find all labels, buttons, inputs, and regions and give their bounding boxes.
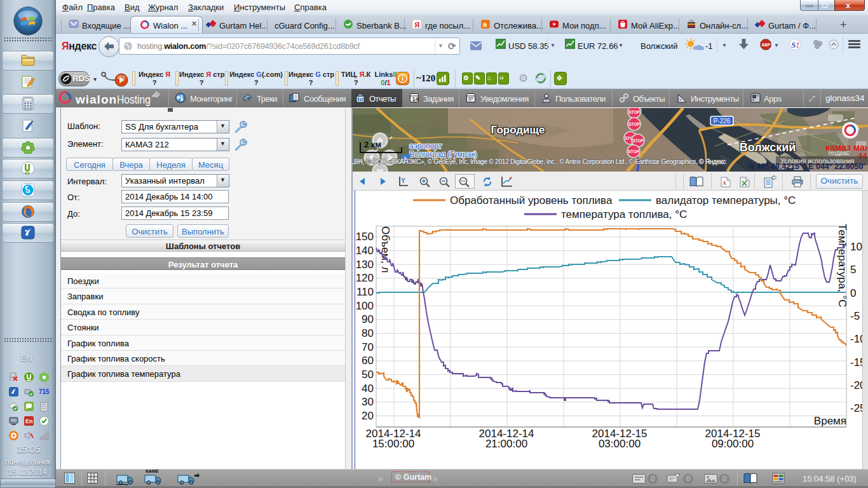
svg-text:0: 0 bbox=[850, 287, 856, 299]
svg-text:2 км: 2 км bbox=[364, 140, 381, 149]
svg-text:Городище: Городище bbox=[491, 124, 545, 136]
svg-text:NAME: NAME bbox=[146, 469, 159, 473]
svg-text:Время: Время bbox=[814, 415, 846, 427]
svg-text:09:00:00: 09:00:00 bbox=[712, 438, 754, 450]
svg-text:!: ! bbox=[796, 41, 799, 50]
svg-text:Температура, °C: Температура, °C bbox=[836, 224, 848, 307]
svg-text:100: 100 bbox=[356, 300, 374, 312]
svg-text:14: 14 bbox=[412, 96, 419, 102]
svg-text:STOP: STOP bbox=[628, 110, 640, 114]
svg-text:Обработанный уровень топлива: Обработанный уровень топлива bbox=[450, 194, 613, 207]
svg-text:150: 150 bbox=[356, 231, 374, 243]
svg-text:аэропорт: аэропорт bbox=[409, 142, 442, 151]
svg-text:15:00:00: 15:00:00 bbox=[372, 438, 414, 450]
svg-text:a: a bbox=[483, 20, 487, 28]
svg-text:110: 110 bbox=[356, 286, 374, 298]
svg-text:21:00:00: 21:00:00 bbox=[485, 438, 527, 450]
svg-text:140: 140 bbox=[356, 245, 374, 257]
svg-text:-5: -5 bbox=[850, 310, 860, 322]
svg-text:715: 715 bbox=[39, 388, 50, 395]
svg-text:N 48° 49.4215' ; E 044° 22.605: N 48° 49.4215' ; E 044° 22.6050' bbox=[749, 162, 865, 171]
svg-text:валидатор температуры, °C: валидатор температуры, °C bbox=[656, 194, 796, 207]
svg-text:5: 5 bbox=[850, 264, 856, 276]
svg-text:20: 20 bbox=[362, 410, 374, 422]
svg-text:Волгоград (Гумрак): Волгоград (Гумрак) bbox=[409, 150, 477, 159]
svg-text:90: 90 bbox=[362, 313, 374, 325]
svg-text:80: 80 bbox=[362, 327, 374, 339]
svg-text:10: 10 bbox=[850, 241, 862, 253]
svg-text:STOP: STOP bbox=[628, 122, 640, 126]
svg-text:50: 50 bbox=[362, 369, 374, 381]
svg-text:ABP: ABP bbox=[762, 43, 771, 47]
svg-text:40: 40 bbox=[362, 383, 374, 395]
svg-text:60: 60 bbox=[362, 355, 374, 367]
svg-text:120: 120 bbox=[356, 272, 374, 284]
svg-text:температура топлива, °C: температура топлива, °C bbox=[561, 208, 687, 220]
svg-text:03:00:00: 03:00:00 bbox=[599, 438, 641, 450]
svg-text:ВН, © ООО «СКАНЭКС», © GeoEye,: ВН, © ООО «СКАНЭКС», © GeoEye, Inc, Imag… bbox=[354, 158, 726, 165]
svg-text:Y: Y bbox=[401, 177, 405, 184]
svg-text:130: 130 bbox=[356, 259, 374, 271]
svg-text:70: 70 bbox=[362, 341, 374, 353]
svg-text:S: S bbox=[791, 40, 796, 50]
svg-text:En: En bbox=[25, 418, 33, 424]
svg-text:Р-226: Р-226 bbox=[714, 118, 731, 125]
svg-text:Я: Я bbox=[414, 20, 420, 29]
svg-text:Объем, л: Объем, л bbox=[379, 226, 391, 273]
svg-text:STOP: STOP bbox=[628, 149, 639, 154]
svg-text:A: A bbox=[722, 180, 726, 186]
svg-text:STOP: STOP bbox=[632, 139, 644, 143]
svg-text:Волжский: Волжский bbox=[740, 141, 796, 154]
svg-text:30: 30 bbox=[362, 396, 374, 408]
